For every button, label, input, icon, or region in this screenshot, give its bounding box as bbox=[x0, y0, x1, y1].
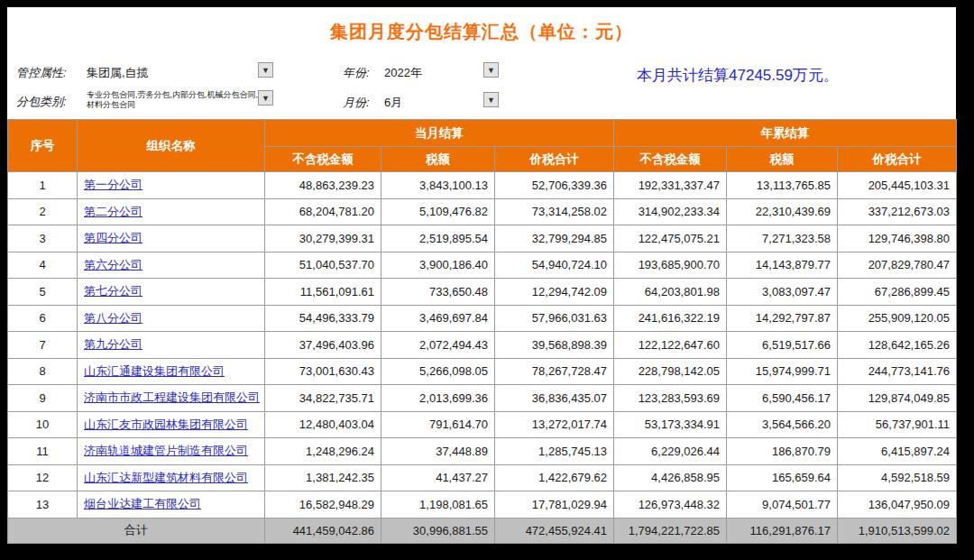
amount-cell: 16,582,948.29 bbox=[265, 491, 381, 519]
amount-cell: 733,650.48 bbox=[381, 279, 495, 306]
header-year-total: 价税合计 bbox=[838, 147, 957, 172]
amount-cell: 126,973,448.32 bbox=[614, 491, 727, 519]
amount-cell: 1,422,679.62 bbox=[495, 464, 614, 491]
amount-cell: 337,212,673.03 bbox=[838, 198, 957, 225]
amount-cell: 205,445,103.31 bbox=[838, 172, 957, 199]
amount-cell: 56,737,901.11 bbox=[838, 411, 957, 438]
total-row: 合计 441,459,042.86 30,996,881.55 472,455,… bbox=[8, 518, 957, 543]
amount-cell: 129,874,049.85 bbox=[838, 385, 957, 412]
org-link[interactable]: 烟台业达建工有限公司 bbox=[84, 497, 201, 510]
table-row: 9济南市市政工程建设集团有限公司34,822,735.712,013,699.3… bbox=[8, 385, 957, 412]
org-link[interactable]: 济南市市政工程建设集团有限公司 bbox=[84, 390, 260, 404]
amount-cell: 123,283,593.69 bbox=[614, 385, 727, 412]
row-seq: 2 bbox=[8, 198, 78, 225]
amount-cell: 6,590,456.17 bbox=[727, 385, 838, 412]
table-row: 11济南轨道城建管片制造有限公司1,248,296.2437,448.891,2… bbox=[8, 438, 957, 465]
amount-cell: 122,475,075.21 bbox=[614, 225, 727, 252]
table-row: 8山东汇通建设集团有限公司73,001,630.435,266,098.0578… bbox=[8, 358, 957, 385]
org-cell: 第二分公司 bbox=[78, 198, 265, 225]
amount-cell: 255,909,120.05 bbox=[838, 305, 957, 332]
org-link[interactable]: 第四分公司 bbox=[84, 231, 142, 244]
table-row: 3第四分公司30,279,399.312,519,895.5432,799,29… bbox=[8, 225, 957, 252]
row-seq: 7 bbox=[8, 332, 78, 359]
control-attr-value: 集团属,自揽 bbox=[87, 65, 149, 81]
table-row: 7第九分公司37,496,403.962,072,494.4339,568,89… bbox=[8, 332, 957, 359]
amount-cell: 7,271,323.58 bbox=[727, 225, 838, 252]
amount-cell: 9,074,501.77 bbox=[727, 491, 838, 519]
amount-cell: 3,564,566.20 bbox=[727, 411, 838, 438]
subcontract-type-dropdown-button[interactable]: ▼ bbox=[258, 90, 273, 106]
org-link[interactable]: 山东汇通建设集团有限公司 bbox=[84, 364, 225, 378]
org-link[interactable]: 山东汇友市政园林集团有限公司 bbox=[84, 418, 248, 431]
org-link[interactable]: 第一分公司 bbox=[84, 178, 142, 191]
total-month-amount: 441,459,042.86 bbox=[265, 518, 381, 543]
row-seq: 1 bbox=[8, 172, 78, 199]
table-row: 6第八分公司54,496,333.793,469,697.8457,966,03… bbox=[8, 305, 957, 332]
header-seq: 序号 bbox=[8, 120, 78, 172]
org-link[interactable]: 第七分公司 bbox=[84, 284, 142, 298]
org-cell: 济南市市政工程建设集团有限公司 bbox=[78, 385, 265, 412]
header-month-amount: 不含税金额 bbox=[265, 147, 381, 172]
amount-cell: 241,616,322.19 bbox=[614, 305, 727, 332]
amount-cell: 51,040,537.70 bbox=[265, 252, 381, 279]
org-link[interactable]: 山东汇达新型建筑材料有限公司 bbox=[84, 471, 248, 484]
org-cell: 第七分公司 bbox=[78, 279, 265, 306]
total-label: 合计 bbox=[8, 518, 265, 543]
amount-cell: 6,415,897.24 bbox=[838, 438, 957, 465]
amount-cell: 228,798,142.05 bbox=[614, 358, 727, 385]
amount-cell: 73,314,258.02 bbox=[495, 198, 614, 225]
month-dropdown-button[interactable]: ▼ bbox=[483, 92, 499, 107]
total-year-sum: 1,910,513,599.02 bbox=[838, 518, 957, 543]
amount-cell: 13,113,765.85 bbox=[727, 172, 838, 199]
org-link[interactable]: 第九分公司 bbox=[84, 337, 142, 351]
amount-cell: 17,781,029.94 bbox=[495, 491, 614, 519]
row-seq: 8 bbox=[8, 358, 78, 385]
org-link[interactable]: 第二分公司 bbox=[84, 205, 142, 218]
year-label: 年份: bbox=[343, 65, 370, 81]
amount-cell: 54,496,333.79 bbox=[265, 305, 381, 332]
org-link[interactable]: 第八分公司 bbox=[84, 311, 142, 325]
year-value: 2022年 bbox=[384, 65, 422, 81]
org-cell: 第六分公司 bbox=[78, 252, 265, 279]
amount-cell: 12,480,403.04 bbox=[265, 411, 381, 438]
row-seq: 9 bbox=[8, 385, 78, 412]
amount-cell: 37,496,403.96 bbox=[265, 332, 381, 359]
total-year-amount: 1,794,221,722.85 bbox=[614, 518, 727, 543]
header-org: 组织名称 bbox=[78, 120, 265, 172]
org-cell: 第四分公司 bbox=[78, 225, 265, 252]
table-row: 2第二分公司68,204,781.205,109,476.8273,314,25… bbox=[8, 198, 957, 225]
amount-cell: 15,974,999.71 bbox=[727, 358, 838, 385]
amount-cell: 6,519,517.66 bbox=[727, 332, 838, 359]
amount-cell: 3,843,100.13 bbox=[381, 172, 495, 199]
header-month-tax: 税额 bbox=[381, 147, 495, 172]
subcontract-type-label: 分包类别: bbox=[16, 94, 67, 110]
year-dropdown-button[interactable]: ▼ bbox=[483, 62, 499, 78]
month-value: 6月 bbox=[384, 95, 402, 111]
amount-cell: 3,083,097.47 bbox=[727, 279, 838, 306]
amount-cell: 64,203,801.98 bbox=[614, 279, 727, 306]
amount-cell: 3,469,697.84 bbox=[381, 305, 495, 332]
org-link[interactable]: 第六分公司 bbox=[84, 258, 142, 271]
report-page: 集团月度分包结算汇总（单位：元） 管控属性: 集团属,自揽 ▼ 年份: 2022… bbox=[7, 7, 956, 541]
amount-cell: 57,966,031.63 bbox=[495, 305, 614, 332]
table-row: 10山东汇友市政园林集团有限公司12,480,403.04791,614.701… bbox=[8, 411, 957, 438]
amount-cell: 2,013,699.36 bbox=[381, 385, 495, 412]
amount-cell: 1,285,745.13 bbox=[495, 438, 614, 465]
amount-cell: 136,047,950.09 bbox=[838, 491, 957, 519]
chevron-down-icon: ▼ bbox=[487, 66, 495, 75]
header-month-group: 当月结算 bbox=[265, 120, 614, 147]
amount-cell: 122,122,647.60 bbox=[614, 332, 727, 359]
chevron-down-icon: ▼ bbox=[262, 66, 270, 75]
table-row: 13烟台业达建工有限公司16,582,948.291,198,081.6517,… bbox=[8, 491, 957, 519]
org-link[interactable]: 济南轨道城建管片制造有限公司 bbox=[84, 444, 248, 457]
row-seq: 5 bbox=[8, 279, 78, 306]
amount-cell: 244,773,141.76 bbox=[838, 358, 957, 385]
org-cell: 山东汇友市政园林集团有限公司 bbox=[78, 411, 265, 438]
row-seq: 13 bbox=[8, 491, 78, 519]
amount-cell: 34,822,735.71 bbox=[265, 385, 381, 412]
amount-cell: 4,426,858.95 bbox=[614, 464, 727, 491]
amount-cell: 128,642,165.26 bbox=[838, 332, 957, 359]
settlement-summary-table: 序号 组织名称 当月结算 年累结算 不含税金额 税额 价税合计 不含税金额 税额… bbox=[7, 119, 957, 544]
control-attr-dropdown-button[interactable]: ▼ bbox=[258, 62, 273, 78]
row-seq: 11 bbox=[8, 438, 78, 465]
